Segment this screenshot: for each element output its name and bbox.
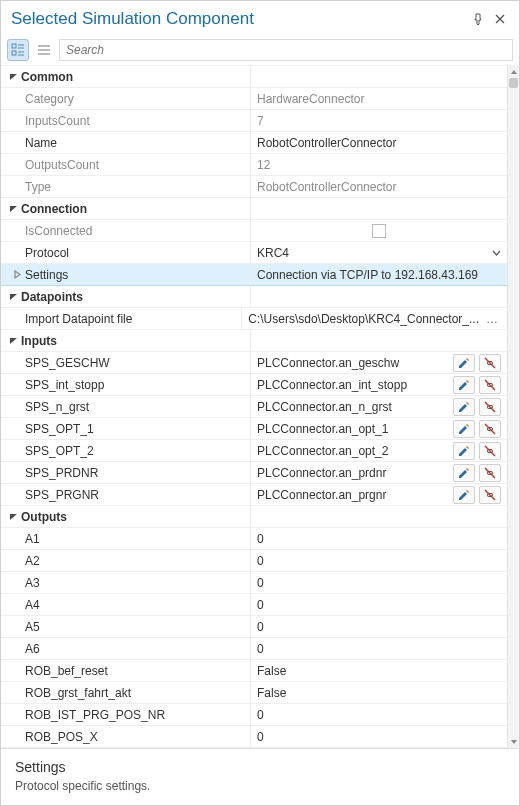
search-input[interactable] — [59, 39, 513, 61]
property-row[interactable]: CategoryHardwareConnector — [1, 88, 507, 110]
edit-link-button[interactable] — [453, 354, 475, 372]
group-datapoints[interactable]: Datapoints — [1, 286, 507, 308]
property-row[interactable]: A20 — [1, 550, 507, 572]
property-value[interactable]: Connection via TCP/IP to 192.168.43.169 — [257, 268, 501, 282]
property-value[interactable]: 7 — [257, 114, 501, 128]
property-value[interactable]: RobotControllerConnector — [257, 180, 501, 194]
property-grid-wrap: CommonCategoryHardwareConnectorInputsCou… — [1, 66, 519, 748]
property-value[interactable]: PLCConnector.an_prdnr — [257, 466, 449, 480]
edit-link-button[interactable] — [453, 442, 475, 460]
close-icon[interactable] — [491, 10, 509, 28]
property-row[interactable]: ProtocolKRC4 — [1, 242, 507, 264]
property-value[interactable]: 0 — [257, 620, 501, 634]
property-value[interactable]: PLCConnector.an_prgnr — [257, 488, 449, 502]
property-row[interactable]: NameRobotControllerConnector — [1, 132, 507, 154]
property-row[interactable]: SPS_OPT_1PLCConnector.an_opt_1 — [1, 418, 507, 440]
property-row[interactable]: SPS_PRGNRPLCConnector.an_prgnr — [1, 484, 507, 506]
property-grid: CommonCategoryHardwareConnectorInputsCou… — [1, 66, 507, 748]
property-row[interactable]: ROB_IST_PRG_POS_NR0 — [1, 704, 507, 726]
property-value[interactable]: 0 — [257, 730, 501, 744]
chevron-down-icon[interactable] — [7, 512, 19, 521]
group-outputs[interactable]: Outputs — [1, 506, 507, 528]
property-value[interactable]: 0 — [257, 554, 501, 568]
property-row[interactable]: Import Datapoint fileC:\Users\sdo\Deskto… — [1, 308, 507, 330]
property-value[interactable]: False — [257, 686, 501, 700]
chevron-right-icon[interactable] — [11, 270, 23, 279]
property-label: ROB_IST_PRG_POS_NR — [25, 708, 165, 722]
property-value[interactable]: PLCConnector.an_geschw — [257, 356, 449, 370]
chevron-down-icon[interactable] — [7, 204, 19, 213]
property-value[interactable]: C:\Users\sdo\Desktop\KRC4_Connector_... — [248, 312, 479, 326]
vertical-scrollbar[interactable] — [507, 66, 519, 748]
scroll-down-icon[interactable] — [508, 736, 519, 748]
property-row[interactable]: ROB_bef_resetFalse — [1, 660, 507, 682]
property-row[interactable]: SettingsConnection via TCP/IP to 192.168… — [1, 264, 507, 286]
property-value[interactable]: RobotControllerConnector — [257, 136, 501, 150]
chevron-down-icon[interactable] — [492, 250, 501, 256]
group-label: Common — [21, 70, 73, 84]
edit-link-button[interactable] — [453, 420, 475, 438]
property-row[interactable]: A30 — [1, 572, 507, 594]
property-row[interactable]: SPS_PRDNRPLCConnector.an_prdnr — [1, 462, 507, 484]
property-row[interactable]: SPS_n_grstPLCConnector.an_n_grst — [1, 396, 507, 418]
property-row[interactable]: SPS_OPT_2PLCConnector.an_opt_2 — [1, 440, 507, 462]
detail-pane: Settings Protocol specific settings. — [1, 748, 519, 805]
property-row[interactable]: ROB_POS_X0 — [1, 726, 507, 748]
unlink-button[interactable] — [479, 420, 501, 438]
property-row[interactable]: InputsCount7 — [1, 110, 507, 132]
property-value[interactable]: False — [257, 664, 501, 678]
property-label: A1 — [25, 532, 40, 546]
group-common[interactable]: Common — [1, 66, 507, 88]
property-value[interactable]: PLCConnector.an_n_grst — [257, 400, 449, 414]
unlink-button[interactable] — [479, 486, 501, 504]
property-row[interactable]: TypeRobotControllerConnector — [1, 176, 507, 198]
edit-link-button[interactable] — [453, 376, 475, 394]
property-row[interactable]: A10 — [1, 528, 507, 550]
view-list-button[interactable] — [33, 39, 55, 61]
chevron-down-icon[interactable] — [7, 336, 19, 345]
property-value[interactable]: 0 — [257, 576, 501, 590]
property-row[interactable]: IsConnected — [1, 220, 507, 242]
unlink-button[interactable] — [479, 442, 501, 460]
property-value[interactable]: KRC4 — [257, 246, 488, 260]
detail-title: Settings — [15, 759, 505, 775]
group-inputs[interactable]: Inputs — [1, 330, 507, 352]
unlink-button[interactable] — [479, 376, 501, 394]
property-row[interactable]: SPS_GESCHWPLCConnector.an_geschw — [1, 352, 507, 374]
property-value[interactable]: 12 — [257, 158, 501, 172]
pin-icon[interactable] — [469, 10, 487, 28]
group-connection[interactable]: Connection — [1, 198, 507, 220]
property-label: Settings — [25, 268, 68, 282]
property-value[interactable]: 0 — [257, 598, 501, 612]
property-row[interactable]: A60 — [1, 638, 507, 660]
group-label: Outputs — [21, 510, 67, 524]
property-label: Type — [25, 180, 51, 194]
property-row[interactable]: SPS_int_stoppPLCConnector.an_int_stopp — [1, 374, 507, 396]
property-row[interactable]: OutputsCount12 — [1, 154, 507, 176]
chevron-down-icon[interactable] — [7, 72, 19, 81]
unlink-button[interactable] — [479, 464, 501, 482]
property-value[interactable]: PLCConnector.an_opt_2 — [257, 444, 449, 458]
edit-link-button[interactable] — [453, 486, 475, 504]
property-row[interactable]: A50 — [1, 616, 507, 638]
unlink-button[interactable] — [479, 354, 501, 372]
checkbox[interactable] — [372, 224, 386, 238]
scroll-thumb[interactable] — [509, 78, 518, 88]
property-value[interactable]: HardwareConnector — [257, 92, 501, 106]
property-value[interactable]: 0 — [257, 532, 501, 546]
edit-link-button[interactable] — [453, 464, 475, 482]
view-categorized-button[interactable] — [7, 39, 29, 61]
edit-link-button[interactable] — [453, 398, 475, 416]
unlink-button[interactable] — [479, 398, 501, 416]
scroll-up-icon[interactable] — [508, 66, 519, 78]
property-value[interactable]: PLCConnector.an_int_stopp — [257, 378, 449, 392]
browse-button[interactable]: … — [483, 312, 501, 326]
property-value[interactable]: 0 — [257, 708, 501, 722]
property-value[interactable]: 0 — [257, 642, 501, 656]
property-row[interactable]: A40 — [1, 594, 507, 616]
property-label: A5 — [25, 620, 40, 634]
chevron-down-icon[interactable] — [7, 292, 19, 301]
property-value[interactable]: PLCConnector.an_opt_1 — [257, 422, 449, 436]
property-label: A6 — [25, 642, 40, 656]
property-row[interactable]: ROB_grst_fahrt_aktFalse — [1, 682, 507, 704]
